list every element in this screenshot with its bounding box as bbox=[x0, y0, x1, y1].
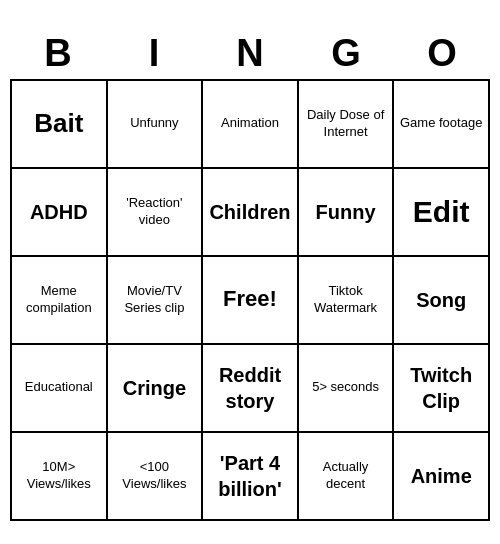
bingo-cell-13: Tiktok Watermark bbox=[299, 257, 395, 345]
bingo-letter-b: B bbox=[14, 32, 102, 75]
bingo-cell-11: Movie/TV Series clip bbox=[108, 257, 204, 345]
bingo-cell-12: Free! bbox=[203, 257, 299, 345]
bingo-cell-1: Unfunny bbox=[108, 81, 204, 169]
bingo-card: BINGO BaitUnfunnyAnimationDaily Dose of … bbox=[10, 24, 490, 521]
bingo-cell-18: 5> seconds bbox=[299, 345, 395, 433]
bingo-cell-0: Bait bbox=[12, 81, 108, 169]
bingo-letter-i: I bbox=[110, 32, 198, 75]
bingo-letter-n: N bbox=[206, 32, 294, 75]
bingo-cell-6: 'Reaction' video bbox=[108, 169, 204, 257]
bingo-cell-7: Children bbox=[203, 169, 299, 257]
bingo-cell-22: 'Part 4 billion' bbox=[203, 433, 299, 521]
bingo-cell-23: Actually decent bbox=[299, 433, 395, 521]
bingo-cell-5: ADHD bbox=[12, 169, 108, 257]
bingo-cell-10: Meme compilation bbox=[12, 257, 108, 345]
bingo-letter-g: G bbox=[302, 32, 390, 75]
bingo-grid: BaitUnfunnyAnimationDaily Dose of Intern… bbox=[10, 79, 490, 521]
bingo-cell-17: Reddit story bbox=[203, 345, 299, 433]
bingo-cell-21: <100 Views/likes bbox=[108, 433, 204, 521]
bingo-cell-14: Song bbox=[394, 257, 490, 345]
bingo-cell-24: Anime bbox=[394, 433, 490, 521]
bingo-cell-4: Game footage bbox=[394, 81, 490, 169]
bingo-cell-19: Twitch Clip bbox=[394, 345, 490, 433]
bingo-cell-15: Educational bbox=[12, 345, 108, 433]
bingo-letter-o: O bbox=[398, 32, 486, 75]
bingo-cell-9: Edit bbox=[394, 169, 490, 257]
bingo-cell-20: 10M> Views/likes bbox=[12, 433, 108, 521]
bingo-cell-16: Cringe bbox=[108, 345, 204, 433]
bingo-header: BINGO bbox=[10, 24, 490, 79]
bingo-cell-8: Funny bbox=[299, 169, 395, 257]
bingo-cell-2: Animation bbox=[203, 81, 299, 169]
bingo-cell-3: Daily Dose of Internet bbox=[299, 81, 395, 169]
